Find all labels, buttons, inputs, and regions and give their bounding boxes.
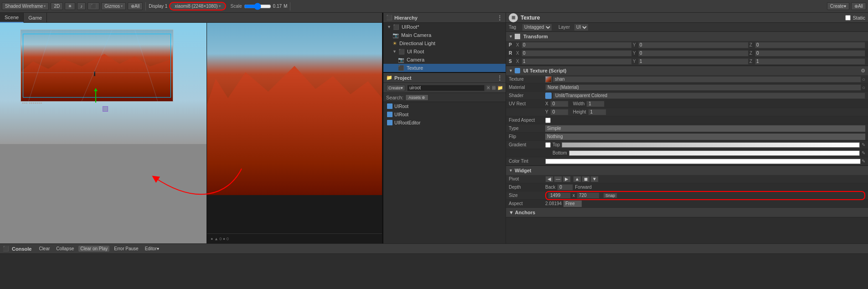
game-landscape-bg xyxy=(207,23,382,195)
fixed-aspect-checkbox[interactable] xyxy=(545,118,551,123)
gradient-bottom-row: Bottom ✎ xyxy=(506,149,868,157)
gradient-checkbox[interactable] xyxy=(545,142,551,148)
material-value[interactable]: None (Material) xyxy=(545,84,861,91)
pivot-center-btn[interactable]: — xyxy=(554,176,562,182)
layer-dropdown[interactable]: UI xyxy=(574,24,589,31)
hierarchy-item-ui-root[interactable]: ▼ ⬛ UI Root xyxy=(383,47,506,56)
uv-x-area: X 0 Width 1 xyxy=(545,101,865,107)
texture-link-icon[interactable]: ○ xyxy=(862,77,865,82)
project-settings-btn[interactable]: ⋮ xyxy=(496,74,503,82)
pivot-left-btn[interactable]: ◀ xyxy=(545,176,553,182)
material-link-icon[interactable]: ○ xyxy=(862,85,865,90)
gizmos-all-btn[interactable]: ⊕All xyxy=(128,2,143,10)
project-create-btn[interactable]: Create▾ xyxy=(386,85,405,91)
scale-z-field: Z 1 xyxy=(749,58,865,65)
gradient-bottom-edit-icon[interactable]: ✎ xyxy=(862,150,865,155)
hierarchy-settings-btn[interactable]: ⋮ xyxy=(496,14,503,21)
anchors-header[interactable]: ▼ Anchors xyxy=(506,208,868,217)
tab-game[interactable]: Game xyxy=(24,13,47,23)
hierarchy-item-camera[interactable]: 📷 Camera xyxy=(383,56,506,64)
project-item-uiroot-2[interactable]: UIRoot xyxy=(383,110,506,119)
uiroot-label: UIRoot* xyxy=(402,24,419,30)
effects-btn[interactable]: ⬛ xyxy=(88,2,99,10)
gradient-bottom-bar[interactable] xyxy=(569,150,860,156)
scale-x-label: X xyxy=(516,59,522,64)
ui-texture-header[interactable]: ▼ UI Texture (Script) ⚙ xyxy=(506,66,868,75)
pos-y-input[interactable]: 0 xyxy=(638,42,749,48)
ui-root-label: UI Root xyxy=(407,49,424,54)
audio-btn[interactable]: ♪ xyxy=(77,2,86,10)
tag-dropdown[interactable]: Untagged xyxy=(522,24,552,31)
color-tint-label: Color Tint xyxy=(509,159,545,164)
ui-texture-expand-icon: ▼ xyxy=(509,68,513,73)
all-tag-btn[interactable]: ⊕All xyxy=(851,2,866,10)
size-x-input[interactable]: 1499 xyxy=(548,192,571,199)
texture-value[interactable]: shan xyxy=(553,76,861,83)
hierarchy-item-texture[interactable]: ⬛ Texture xyxy=(383,64,506,72)
clear-btn[interactable]: Clear xyxy=(37,246,52,252)
hierarchy-item-uiroot-root[interactable]: ▼ ⬛ UIRoot* xyxy=(383,23,506,31)
2d-mode-btn[interactable]: 2D xyxy=(51,2,63,10)
uv-height-input[interactable]: 1 xyxy=(588,109,606,115)
snap-btn[interactable]: Snap xyxy=(603,193,617,198)
scale-slider[interactable] xyxy=(244,4,271,9)
assets-tab-btn[interactable]: Assets ⊕ xyxy=(405,94,429,101)
pos-x-input[interactable]: 0 xyxy=(522,42,632,48)
shading-dropdown-arrow: ▾ xyxy=(44,4,46,8)
transform-header[interactable]: ▼ Transform xyxy=(506,32,868,41)
transform-icon xyxy=(515,34,520,39)
widget-header[interactable]: ▼ Widget xyxy=(506,166,868,175)
hierarchy-header: ⬛ Hierarchy ⋮ xyxy=(383,13,506,23)
pivot-bottom-btn[interactable]: ▼ xyxy=(590,176,599,182)
rot-z-input[interactable]: 0 xyxy=(755,50,865,57)
hierarchy-item-main-camera[interactable]: 📷 Main Camera xyxy=(383,31,506,39)
collapse-btn[interactable]: Collapse xyxy=(54,246,76,252)
ui-texture-settings-icon[interactable]: ⚙ xyxy=(861,68,865,74)
project-item-uirooteditor[interactable]: UIRootEditor xyxy=(383,119,506,127)
rot-x-input[interactable]: 0 xyxy=(522,50,632,57)
gradient-top-edit-icon[interactable]: ✎ xyxy=(862,142,865,147)
project-item-uiroot-1[interactable]: UIRoot xyxy=(383,102,506,110)
scale-y-input[interactable]: 1 xyxy=(638,58,749,65)
uv-x-input[interactable]: 0 xyxy=(550,101,568,107)
editor-btn[interactable]: Editor▾ xyxy=(143,246,161,252)
project-search-input[interactable] xyxy=(407,85,485,91)
gradient-bottom-label: Bottom xyxy=(553,150,567,155)
size-y-input[interactable]: 720 xyxy=(577,192,599,199)
size-label: Size xyxy=(509,193,545,198)
pivot-right-btn[interactable]: ▶ xyxy=(563,176,571,182)
create-btn[interactable]: Create▾ xyxy=(827,2,849,10)
pivot-top-btn[interactable]: ▲ xyxy=(573,176,581,182)
flip-label: Flip xyxy=(509,134,545,139)
pivot-middle-btn[interactable]: ◼ xyxy=(582,176,590,182)
project-folder-nav-btn[interactable]: 📁 xyxy=(497,85,503,90)
rot-y-input[interactable]: 0 xyxy=(638,50,749,57)
resolution-btn[interactable]: xiaomi8 (2248×1080) ▾ xyxy=(169,2,226,10)
size-x-label: x xyxy=(573,193,575,198)
hierarchy-item-directional-light[interactable]: ☀ Directional Light xyxy=(383,39,506,47)
static-checkbox[interactable] xyxy=(845,15,851,21)
gradient-top-bar[interactable] xyxy=(562,142,860,148)
tab-scene[interactable]: Scene xyxy=(0,13,24,23)
scale-z-input[interactable]: 1 xyxy=(755,58,865,65)
figure-silhouette xyxy=(94,72,95,76)
project-clear-search-btn[interactable]: ✕ xyxy=(486,85,490,90)
anchors-title: ▼ Anchors xyxy=(509,210,535,215)
pos-z-input[interactable]: 0 xyxy=(755,42,865,48)
lighting-btn[interactable]: ☀ xyxy=(65,2,75,10)
scale-x-input[interactable]: 1 xyxy=(522,58,632,65)
shader-value[interactable]: Unlit/Transparent Colored xyxy=(553,93,865,99)
error-pause-btn[interactable]: Error Pause xyxy=(112,246,140,252)
shading-mode-btn[interactable]: Shaded Wireframe ▾ xyxy=(2,2,49,10)
color-tint-edit-icon[interactable]: ✎ xyxy=(862,159,865,164)
uv-y-input[interactable]: 0 xyxy=(550,109,568,115)
aspect-value: 2.08194 xyxy=(545,201,562,206)
console-panel: ⬛ Console Clear Collapse Clear on Play E… xyxy=(0,243,868,289)
transform-expand-icon: ▼ xyxy=(509,34,513,39)
uv-width-input[interactable]: 1 xyxy=(586,101,604,107)
clear-on-play-btn[interactable]: Clear on Play xyxy=(78,246,109,252)
color-tint-bar[interactable] xyxy=(545,159,861,164)
project-filter-btn[interactable]: ⊞ xyxy=(492,85,496,90)
depth-value[interactable]: 0 xyxy=(557,184,573,191)
gizmos-btn[interactable]: Gizmos ▾ xyxy=(101,2,126,10)
